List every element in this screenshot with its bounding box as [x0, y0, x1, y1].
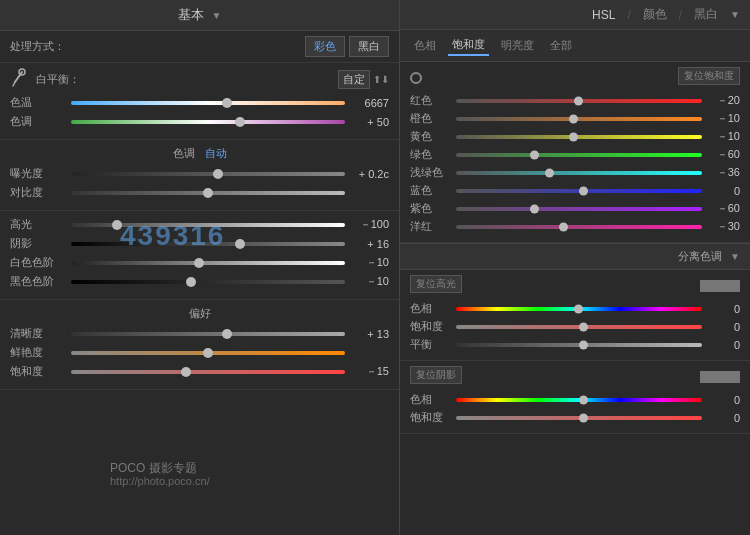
sat-section: 复位饱和度 红色 －20 橙色 －10 黄色: [400, 62, 750, 243]
split-tone-arrow: ▼: [730, 251, 740, 262]
wb-select[interactable]: 自定: [338, 70, 370, 89]
highlight-row: 高光 －100: [10, 217, 389, 232]
sat-blue-track[interactable]: [456, 189, 702, 193]
split-sat-thumb[interactable]: [579, 322, 588, 331]
sat-blue-value: 0: [708, 185, 740, 197]
wb-row: 白平衡： 自定 ⬆⬇: [10, 69, 389, 89]
white-level-track[interactable]: [71, 261, 345, 265]
split-shadow-header: 复位阴影: [410, 366, 740, 388]
sat-green-track[interactable]: [456, 153, 702, 157]
tone-auto-button[interactable]: 自动: [205, 146, 227, 161]
sat-red-thumb[interactable]: [574, 96, 583, 105]
color-tint-track[interactable]: [71, 120, 345, 124]
pref-section: 偏好 清晰度 + 13 鲜艳度 饱和度 －1: [0, 300, 399, 390]
contrast-thumb[interactable]: [203, 188, 213, 198]
highlight-label: 高光: [10, 217, 65, 232]
pref-title: 偏好: [10, 306, 389, 321]
sat-aqua-label: 浅绿色: [410, 165, 450, 180]
sat-yellow-thumb[interactable]: [569, 132, 578, 141]
sat-orange-thumb[interactable]: [569, 114, 578, 123]
sat-green-label: 绿色: [410, 147, 450, 162]
sat-reset-button[interactable]: 复位饱和度: [678, 67, 740, 85]
split-shadow-hue-thumb[interactable]: [579, 395, 588, 404]
exposure-thumb[interactable]: [213, 169, 223, 179]
hsl-label[interactable]: HSL: [592, 8, 615, 22]
saturation-track[interactable]: [71, 370, 345, 374]
panel-arrow: ▼: [730, 9, 740, 20]
tab-all[interactable]: 全部: [546, 36, 576, 55]
black-level-row: 黑色色阶 －10: [10, 274, 389, 289]
split-hue-track[interactable]: [456, 307, 702, 311]
mode-row: 处理方式： 彩色 黑白: [0, 31, 399, 63]
sat-magenta-track[interactable]: [456, 225, 702, 229]
sat-blue-thumb[interactable]: [579, 186, 588, 195]
vibrance-row: 鲜艳度: [10, 345, 389, 360]
white-level-thumb[interactable]: [194, 258, 204, 268]
split-shadow-hue-row: 色相 0: [410, 392, 740, 407]
clarity-value: + 13: [351, 328, 389, 340]
split-shadow-sat-thumb[interactable]: [579, 413, 588, 422]
exposure-track[interactable]: [71, 172, 345, 176]
color-label[interactable]: 颜色: [643, 6, 667, 23]
split-sat-track[interactable]: [456, 325, 702, 329]
vibrance-thumb[interactable]: [203, 348, 213, 358]
highlight-thumb[interactable]: [112, 220, 122, 230]
clarity-track[interactable]: [71, 332, 345, 336]
sat-purple-row: 紫色 －60: [410, 201, 740, 216]
shadow-thumb[interactable]: [235, 239, 245, 249]
black-level-track[interactable]: [71, 280, 345, 284]
svg-line-1: [13, 82, 15, 86]
split-shadow-hue-value: 0: [708, 394, 740, 406]
highlight-color-swatch: [700, 280, 740, 292]
mode-color-button[interactable]: 彩色: [305, 36, 345, 57]
split-sat-value: 0: [708, 321, 740, 333]
split-tone-title: 分离色调: [678, 249, 722, 264]
sat-purple-thumb[interactable]: [530, 204, 539, 213]
balance-track[interactable]: [456, 343, 702, 347]
tab-brightness[interactable]: 明亮度: [497, 36, 538, 55]
shadow-track[interactable]: [71, 242, 345, 246]
mode-bw-button[interactable]: 黑白: [349, 36, 389, 57]
sat-red-track[interactable]: [456, 99, 702, 103]
color-temp-thumb[interactable]: [222, 98, 232, 108]
sat-header: 复位饱和度: [410, 67, 740, 89]
highlight-track[interactable]: [71, 223, 345, 227]
vibrance-track[interactable]: [71, 351, 345, 355]
black-level-thumb[interactable]: [186, 277, 196, 287]
shadow-reset-button[interactable]: 复位阴影: [410, 366, 462, 384]
sat-purple-track[interactable]: [456, 207, 702, 211]
sat-magenta-row: 洋红 －30: [410, 219, 740, 234]
sat-yellow-track[interactable]: [456, 135, 702, 139]
contrast-track[interactable]: [71, 191, 345, 195]
tab-hue[interactable]: 色相: [410, 36, 440, 55]
black-level-value: －10: [351, 274, 389, 289]
split-shadow-hue-track[interactable]: [456, 398, 702, 402]
split-hue-thumb[interactable]: [574, 304, 583, 313]
sat-magenta-value: －30: [708, 219, 740, 234]
balance-value: 0: [708, 339, 740, 351]
balance-thumb[interactable]: [579, 340, 588, 349]
detail-section: 高光 －100 阴影 + 16 白色色阶 －10: [0, 211, 399, 300]
shadow-label: 阴影: [10, 236, 65, 251]
sat-aqua-thumb[interactable]: [545, 168, 554, 177]
clarity-thumb[interactable]: [222, 329, 232, 339]
color-temp-value: 6667: [351, 97, 389, 109]
tab-saturation[interactable]: 饱和度: [448, 35, 489, 56]
shadow-row: 阴影 + 16: [10, 236, 389, 251]
sat-aqua-track[interactable]: [456, 171, 702, 175]
color-temp-track[interactable]: [71, 101, 345, 105]
split-tone-header: 分离色调 ▼: [400, 243, 750, 270]
tone-section: 色调 自动 曝光度 + 0.2c 对比度: [0, 140, 399, 211]
sat-green-thumb[interactable]: [530, 150, 539, 159]
exposure-row: 曝光度 + 0.2c: [10, 166, 389, 181]
saturation-thumb[interactable]: [181, 367, 191, 377]
color-tint-thumb[interactable]: [235, 117, 245, 127]
black-level-label: 黑色色阶: [10, 274, 65, 289]
sat-orange-track[interactable]: [456, 117, 702, 121]
sat-magenta-thumb[interactable]: [559, 222, 568, 231]
clarity-row: 清晰度 + 13: [10, 326, 389, 341]
bw-label[interactable]: 黑白: [694, 6, 718, 23]
right-panel-header: HSL / 颜色 / 黑白 ▼: [400, 0, 750, 30]
highlight-reset-button[interactable]: 复位高光: [410, 275, 462, 293]
split-shadow-sat-track[interactable]: [456, 416, 702, 420]
